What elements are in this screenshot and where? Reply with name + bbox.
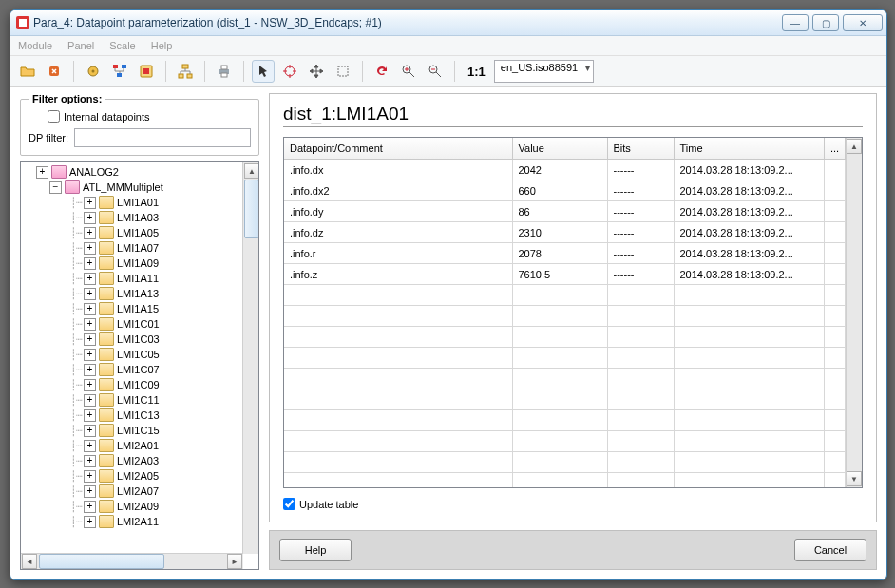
tree-item-LMI2A11[interactable]: ┊┈+LMI2A11 [25, 514, 243, 529]
svg-rect-8 [182, 65, 188, 68]
tree-expander-icon[interactable]: − [49, 181, 62, 194]
gear-icon[interactable] [82, 60, 105, 83]
update-table-checkbox[interactable] [283, 498, 295, 510]
menu-panel[interactable]: Panel [67, 40, 94, 51]
folder-icon [99, 348, 114, 361]
tree-item-LMI1A15[interactable]: ┊┈+LMI1A15 [25, 301, 243, 316]
tree-expander-icon[interactable]: + [84, 288, 96, 300]
tree-item-LMI1C13[interactable]: ┊┈+LMI1C13 [25, 408, 243, 423]
maximize-button[interactable]: ▢ [812, 14, 839, 31]
col-more[interactable]: ... [825, 138, 846, 160]
crop-icon[interactable] [332, 60, 354, 83]
tree-expander-icon[interactable]: + [84, 303, 96, 315]
table-row[interactable]: .info.r2078------2014.03.28 18:13:09.2..… [284, 243, 846, 264]
menu-scale[interactable]: Scale [109, 40, 136, 51]
tree-expander-icon[interactable]: + [84, 394, 96, 407]
tree-item-LMI1A01[interactable]: ┊┈+LMI1A01 [25, 195, 243, 210]
tree-expander-icon[interactable]: + [84, 212, 96, 224]
tree-parent[interactable]: −ATL_MMMultiplet [25, 180, 243, 195]
toolbar: 1:1 en_US.iso88591 [10, 56, 886, 87]
tree-item-LMI1A03[interactable]: ┊┈+LMI1A03 [25, 210, 243, 225]
dp-filter-input[interactable] [74, 128, 251, 147]
tree-vertical-scrollbar[interactable]: ▲ [242, 162, 258, 554]
tree-horizontal-scrollbar[interactable]: ◄ ► [21, 553, 243, 569]
minimize-button[interactable]: ― [782, 14, 809, 31]
tree-expander-icon[interactable]: + [84, 501, 96, 513]
tree-expander-icon[interactable]: + [84, 197, 96, 209]
tree-expander-icon[interactable]: + [36, 166, 48, 179]
tree-expander-icon[interactable]: + [84, 485, 96, 498]
tree-expander-icon[interactable]: + [84, 440, 96, 452]
help-button[interactable]: Help [279, 539, 352, 561]
tree-expander-icon[interactable]: + [84, 227, 96, 239]
tree-item-LMI1A05[interactable]: ┊┈+LMI1A05 [25, 225, 243, 240]
refresh-icon[interactable] [371, 60, 393, 83]
folder-icon [99, 454, 114, 467]
tree-item-LMI2A09[interactable]: ┊┈+LMI2A09 [25, 499, 243, 514]
tree-item-LMI1C03[interactable]: ┊┈+LMI1C03 [25, 332, 243, 347]
tree-expander-icon[interactable]: + [84, 333, 96, 346]
folder-icon [99, 515, 114, 528]
tree-expander-icon[interactable]: + [84, 242, 96, 255]
tree-expander-icon[interactable]: + [84, 470, 96, 483]
open-icon[interactable] [16, 60, 39, 83]
zoom-in-icon[interactable] [397, 60, 420, 83]
tree-expander-icon[interactable]: + [84, 318, 96, 331]
tree-item-LMI2A05[interactable]: ┊┈+LMI2A05 [25, 468, 243, 484]
cancel-button[interactable]: Cancel [794, 539, 866, 561]
tree-item-LMI1A09[interactable]: ┊┈+LMI1A09 [25, 256, 243, 271]
tree-item-LMI1C15[interactable]: ┊┈+LMI1C15 [25, 423, 243, 438]
hierarchy-icon[interactable] [174, 60, 197, 83]
print-icon[interactable] [213, 60, 236, 83]
locale-select[interactable]: en_US.iso88591 [494, 60, 594, 83]
menu-help[interactable]: Help [151, 40, 173, 51]
table-row[interactable]: .info.dz2310------2014.03.28 18:13:09.2.… [284, 222, 846, 243]
tree-item-LMI1C05[interactable]: ┊┈+LMI1C05 [25, 347, 243, 362]
pointer-icon[interactable] [252, 60, 275, 83]
folder-icon [99, 256, 114, 270]
col-time[interactable]: Time [674, 138, 825, 160]
detail-panel: dist_1:LMI1A01 Datapoint/Comment Value B… [269, 93, 877, 522]
tree-item-LMI2A01[interactable]: ┊┈+LMI2A01 [25, 438, 243, 453]
table-row[interactable]: .info.dx2660------2014.03.28 18:13:09.2.… [284, 180, 846, 201]
module-icon[interactable] [135, 60, 158, 83]
target-icon[interactable] [278, 60, 301, 83]
tree-expander-icon[interactable]: + [84, 273, 96, 285]
delete-icon[interactable] [43, 60, 66, 83]
menu-module[interactable]: Module [18, 40, 52, 51]
tree-item-LMI2A07[interactable]: ┊┈+LMI2A07 [25, 484, 243, 499]
table-row[interactable]: .info.z7610.5------2014.03.28 18:13:09.2… [284, 264, 846, 285]
tree-item-LMI1A13[interactable]: ┊┈+LMI1A13 [25, 286, 243, 301]
tree-expander-icon[interactable]: + [84, 409, 96, 422]
zoom-out-icon[interactable] [424, 60, 447, 83]
tree-expander-icon[interactable]: + [84, 455, 96, 467]
tree-expander-icon[interactable]: + [84, 364, 96, 376]
close-button[interactable]: ✕ [843, 14, 883, 31]
internal-datapoints-checkbox[interactable] [48, 110, 60, 123]
table-row[interactable]: .info.dy86------2014.03.28 18:13:09.2... [284, 201, 846, 222]
titlebar[interactable]: Para_4: Datapoint parameterization (dist… [10, 10, 886, 36]
col-datapoint[interactable]: Datapoint/Comment [284, 138, 512, 160]
tree-expander-icon[interactable]: + [84, 257, 96, 270]
tree-expander-icon[interactable]: + [84, 349, 96, 361]
table-row[interactable]: .info.dx2042------2014.03.28 18:13:09.2.… [284, 160, 846, 180]
table-vertical-scrollbar[interactable]: ▲ ▼ [846, 138, 862, 487]
col-bits[interactable]: Bits [607, 138, 674, 160]
tree-item-LMI1C11[interactable]: ┊┈+LMI1C11 [25, 392, 243, 408]
tree-item-LMI1A07[interactable]: ┊┈+LMI1A07 [25, 240, 243, 256]
zoom-ratio-button[interactable]: 1:1 [463, 60, 490, 83]
tree-item-LMI2A03[interactable]: ┊┈+LMI2A03 [25, 453, 243, 468]
nodes-icon[interactable] [108, 60, 131, 83]
tree-expander-icon[interactable]: + [84, 425, 96, 437]
tree-expander-icon[interactable]: + [84, 379, 96, 391]
tree-item-LMI1C01[interactable]: ┊┈+LMI1C01 [25, 316, 243, 332]
move-icon[interactable] [305, 60, 328, 83]
datapoint-table[interactable]: Datapoint/Comment Value Bits Time ... .i… [284, 138, 846, 487]
col-value[interactable]: Value [512, 138, 607, 160]
tree-item-LMI1A11[interactable]: ┊┈+LMI1A11 [25, 271, 243, 286]
tree-root[interactable]: +ANALOG2 [25, 164, 243, 180]
tree-item-LMI1C07[interactable]: ┊┈+LMI1C07 [25, 362, 243, 377]
tree-expander-icon[interactable]: + [84, 516, 96, 528]
tree-item-label: LMI1A09 [117, 257, 159, 269]
tree-item-LMI1C09[interactable]: ┊┈+LMI1C09 [25, 377, 243, 392]
